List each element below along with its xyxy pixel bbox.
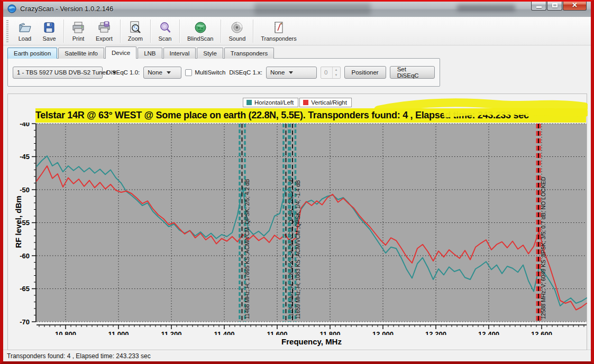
- blindscan-icon: [194, 21, 207, 34]
- svg-text:12 200: 12 200: [425, 330, 446, 335]
- toolbar: Load Save Print: [3, 17, 591, 45]
- toolbar-separator: [63, 20, 64, 43]
- status-text: Transponders found: 4 , Elapsed time: 24…: [3, 352, 151, 360]
- svg-text:12 600: 12 600: [531, 330, 552, 335]
- status-bar: Transponders found: 4 , Elapsed time: 24…: [3, 350, 591, 361]
- tab-interval[interactable]: Interval: [163, 48, 196, 59]
- tab-device[interactable]: Device: [105, 46, 136, 59]
- tab-satellite-info[interactable]: Satellite info: [58, 48, 104, 59]
- svg-text:-50: -50: [20, 186, 30, 194]
- legend-swatch-red: [303, 100, 308, 105]
- scan-icon: [158, 21, 172, 34]
- toolbar-separator: [150, 20, 151, 43]
- chevron-down-icon: [289, 71, 293, 74]
- load-button[interactable]: Load: [13, 18, 37, 44]
- chart-title-highlight: Telstar 14R @ 63° WEST @ Some place on e…: [35, 108, 586, 123]
- tuner-select[interactable]: 1 - TBS 5927 USB DVB-S2 Tuner: [13, 67, 103, 79]
- zoom-icon: [129, 21, 142, 34]
- svg-text:-55: -55: [20, 219, 30, 227]
- svg-text:12 000: 12 000: [372, 330, 394, 335]
- diseqc10-select[interactable]: None: [143, 67, 181, 79]
- svg-text:11 200: 11 200: [161, 330, 181, 335]
- close-button[interactable]: ✕: [563, 2, 587, 11]
- svg-text:-70: -70: [20, 318, 30, 326]
- maximize-button[interactable]: [547, 2, 562, 11]
- scan-button[interactable]: Scan: [153, 18, 177, 44]
- background-smudge: [457, 5, 515, 11]
- tab-style[interactable]: Style: [197, 48, 223, 59]
- svg-text:-65: -65: [20, 285, 30, 293]
- toolbar-separator: [120, 20, 121, 43]
- chart-legend: Horizontal/Left Vertical/Right: [243, 98, 352, 107]
- transponder-label: 12588 MHz; V; 6049 KS ;8PSK; 3/5; 0.7 dB…: [540, 176, 546, 319]
- svg-text:-40: -40: [20, 123, 30, 128]
- load-icon: [18, 21, 32, 34]
- spinner-up-icon[interactable]: ▲: [333, 67, 340, 73]
- set-diseqc-button[interactable]: Set DiSEqC: [390, 66, 435, 79]
- svg-text:-60: -60: [20, 252, 30, 260]
- positioner-button[interactable]: Positioner: [344, 66, 386, 79]
- x-axis-label: Frequency, MHz: [36, 337, 587, 346]
- sound-button[interactable]: Sound: [223, 18, 251, 44]
- export-icon: [97, 21, 111, 34]
- spectrum-chart: Telstar 14R @ 63° WEST @ Some place on e…: [7, 94, 587, 350]
- svg-text:11 000: 11 000: [108, 330, 129, 335]
- toolbar-separator: [221, 20, 221, 43]
- tab-earth-position[interactable]: Earth position: [7, 48, 57, 59]
- position-stepper[interactable]: 0 ▲ ▼: [321, 67, 341, 79]
- transponder-label: 11468 MHz; H; 17865 KS ;ACM/VCM ;QPSK; 2…: [244, 179, 250, 319]
- multiswitch-label: MultiSwitch: [195, 69, 225, 76]
- svg-text:10 800: 10 800: [55, 330, 76, 335]
- svg-text:11 800: 11 800: [319, 330, 340, 335]
- print-icon: [71, 21, 85, 34]
- blindscan-button[interactable]: BlindScan: [182, 18, 219, 44]
- window-title: CrazyScan - Version 1.0.2.146: [20, 5, 113, 13]
- legend-horizontal-left[interactable]: Horizontal/Left: [243, 98, 298, 107]
- app-window: CrazyScan - Version 1.0.2.146 ✕ Load: [0, 0, 594, 364]
- tab-strip: Earth position Satellite info Device LNB…: [7, 47, 275, 59]
- print-button[interactable]: Print: [66, 18, 90, 44]
- chevron-down-icon: [167, 71, 171, 74]
- transponder-label: 11659 MHz; H; 1083 KS ;ACM/VCM ;QPSK; 1/…: [295, 180, 301, 319]
- app-globe-icon: [7, 4, 16, 13]
- transponders-icon: [272, 21, 286, 34]
- titlebar: CrazyScan - Version 1.0.2.146 ✕: [3, 2, 591, 17]
- diseqc1x-select[interactable]: None: [266, 67, 317, 79]
- spinner-down-icon[interactable]: ▼: [333, 72, 340, 78]
- minimize-button[interactable]: [531, 2, 546, 11]
- svg-text:11 600: 11 600: [267, 330, 287, 335]
- diseqc10-label: DiSEqC 1.0:: [106, 69, 140, 76]
- chart-title: Telstar 14R @ 63° WEST @ Some place on e…: [35, 110, 529, 120]
- export-button[interactable]: Export: [90, 18, 118, 44]
- zoom-button[interactable]: Zoom: [123, 18, 148, 44]
- tab-lnb[interactable]: LNB: [138, 48, 162, 59]
- toolbar-separator: [179, 20, 180, 43]
- svg-text:-45: -45: [20, 153, 30, 161]
- tab-transponders[interactable]: Transponders: [224, 48, 275, 59]
- background-smudge: [254, 3, 371, 15]
- spectrum-plot: -40-45-50-55-60-65-7010 80011 00011 2001…: [8, 123, 588, 335]
- toolbar-grip[interactable]: [6, 20, 8, 42]
- legend-swatch-teal: [246, 100, 252, 105]
- save-icon: [42, 21, 56, 34]
- sound-icon: [230, 21, 244, 34]
- device-panel: 1 - TBS 5927 USB DVB-S2 Tuner DiSEqC 1.0…: [7, 58, 440, 87]
- svg-text:11 400: 11 400: [214, 330, 234, 335]
- diseqc1x-label: DiSEqC 1.x:: [229, 69, 262, 76]
- legend-vertical-right[interactable]: Vertical/Right: [299, 98, 352, 107]
- transponders-button[interactable]: Transponders: [255, 18, 301, 44]
- multiswitch-checkbox[interactable]: [185, 69, 192, 76]
- toolbar-separator: [253, 20, 253, 43]
- save-button[interactable]: Save: [37, 18, 61, 44]
- svg-text:12 400: 12 400: [478, 330, 499, 335]
